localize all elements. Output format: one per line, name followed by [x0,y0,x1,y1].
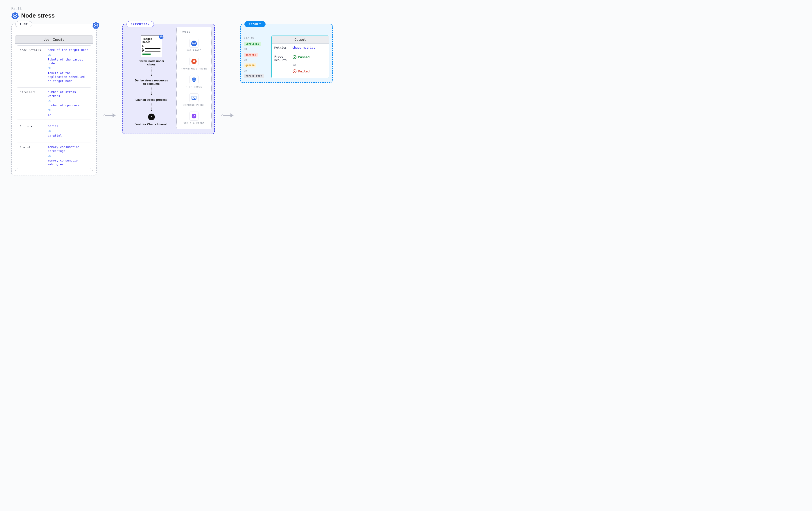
status-separator: OR [244,69,269,72]
status-separator: OR [244,58,269,61]
section-label: Optional [20,124,45,138]
flow-step: Derive stress resources to consume [135,79,168,86]
page-title: Node stress [21,12,55,19]
probe-label: SRM SLO PROBE [183,122,205,125]
section-label: One of [20,145,45,167]
result-tab: RESULT [244,21,266,27]
kubernetes-icon [159,34,164,39]
diagram-canvas: TUNE User Inputs Node Detailsname of the… [11,24,801,175]
option-separator: OR [48,53,88,56]
section-option: serial [48,124,88,128]
section-option: name of the target node [48,48,88,52]
output-card: Output Metrics chaos metrics Probe Resul… [271,35,329,78]
user-inputs-card: User Inputs Node Detailsname of the targ… [15,35,93,171]
probe-label: K8S PROBE [186,49,201,52]
tune-panel: TUNE User Inputs Node Detailsname of the… [11,24,97,175]
fault-eyebrow: Fault [11,7,801,11]
probe-results-label: Probe Results [274,55,290,62]
kubernetes-icon [190,39,199,48]
probes-header: PROBES [180,30,191,33]
section-option: number of stress workers [48,90,88,98]
probe-item: COMMAND PROBE [183,93,205,107]
probe-item: K8S PROBE [186,39,201,52]
output-header: Output [272,36,329,43]
tune-section: Node Detailsname of the target nodeORlab… [17,46,91,85]
metrics-value: chaos metrics [292,46,315,49]
probe-result-failed: Failed [292,69,310,73]
execution-tab: EXECUTION [126,21,154,27]
status-badge: ERRORED [244,53,258,57]
option-separator: OR [48,99,88,102]
srm-slo-icon [190,112,199,121]
section-option: labels of the application scheduled on t… [48,71,88,83]
option-separator: OR [48,154,88,157]
tune-section: OptionalserialORparallel [17,122,91,140]
target-nodes-box: Target nodes [141,35,162,57]
arrow-execution-to-result [222,113,234,117]
probes-column: PROBES K8S PROBEPROMETHEUS PROBEHTTP PRO… [176,27,211,129]
section-label: Stressors [20,90,45,117]
metrics-label: Metrics [274,46,290,49]
tune-tab: TUNE [15,21,32,27]
probe-item: HTTP PROBE [186,75,202,88]
result-panel: RESULT STATUS COMPLETEDORERROREDORQUEUED… [240,24,332,83]
probe-label: HTTP PROBE [186,86,202,88]
flow-step: Derive node under chaos [135,59,168,66]
status-badge: INCOMPLETED [244,74,264,78]
option-separator: OR [48,67,88,70]
status-column: STATUS COMPLETEDORERROREDORQUEUEDORINCOM… [244,35,269,78]
command-icon [190,93,199,102]
http-icon [190,75,199,84]
probe-result-passed: Passed [292,55,310,59]
execution-flow: Target nodes Derive node under chaos Der… [126,33,176,132]
probe-label: PROMETHEUS PROBE [181,67,207,70]
probe-item: SRM SLO PROBE [183,112,205,125]
probe-result-separator: OR [293,64,326,67]
status-badge: QUEUED [244,63,256,67]
flow-step: Launch stress process [136,98,168,101]
option-separator: OR [48,109,88,112]
tune-section: One ofmemory consumption percentageORmem… [17,143,91,169]
kubernetes-icon [92,22,99,29]
section-label: Node Details [20,48,45,83]
flow-step: Wait for Chaos Interval [136,123,167,126]
probe-item: PROMETHEUS PROBE [181,57,207,70]
arrow-tune-to-execution [104,113,116,117]
section-option: number of cpu core [48,103,88,108]
status-separator: OR [244,48,269,51]
section-option: labels of the target node [48,58,88,65]
clock-icon [148,114,155,120]
prometheus-icon [190,57,199,66]
section-option: parallel [48,134,88,138]
tune-section: Stressorsnumber of stress workersORnumbe… [17,88,91,119]
option-separator: OR [48,129,88,132]
section-option: io [48,113,88,117]
status-header: STATUS [244,36,269,39]
check-circle-icon [292,55,297,59]
probe-label: COMMAND PROBE [183,104,205,107]
target-nodes-title: Target nodes [142,37,161,43]
user-inputs-header: User Inputs [15,36,93,43]
status-badge: COMPLETED [244,42,261,46]
kubernetes-icon [11,12,19,19]
x-circle-icon [292,69,297,73]
section-option: memory consumption mebibytes [48,158,88,167]
section-option: memory consumption percentage [48,145,88,153]
execution-panel: EXECUTION Target nodes Derive node under… [122,24,215,134]
